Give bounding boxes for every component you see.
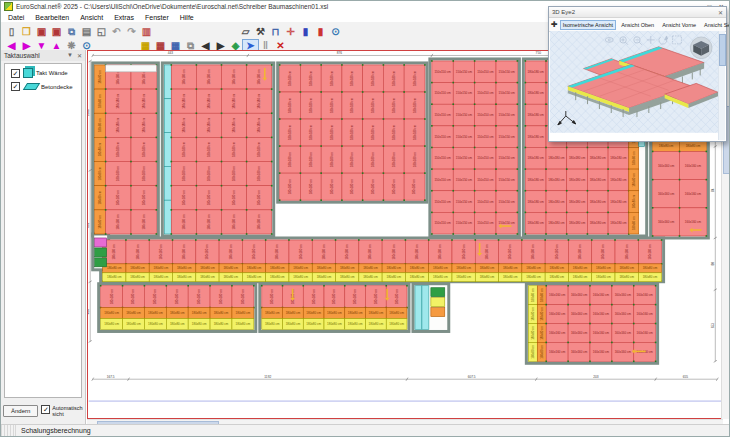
menu-item-extras[interactable]: Extras [114,14,134,21]
takt-checkbox-0[interactable]: ✓ [11,69,20,78]
panel-label: 180x80 cm [410,266,425,270]
takt-item-1[interactable]: ✓Betondecke [11,82,80,91]
pin-icon[interactable]: ▼ [67,52,73,59]
filler-panel[interactable] [431,308,445,317]
prop-dot [242,239,244,241]
wall-red-icon[interactable]: ▮ [313,26,328,38]
filler-panel[interactable] [431,288,445,297]
change-button[interactable]: Ändern [3,405,38,417]
panel-label: 180x180 cm [548,156,565,160]
menu-item-ansicht[interactable]: Ansicht [80,14,103,21]
eye3d-close-icon[interactable]: ✕ [718,9,723,16]
prop-dot [611,361,613,363]
panel-label: 180x180 cm [350,178,354,194]
panel-label: 180x80 cm [363,275,378,279]
prop-dot [362,199,364,201]
prop-dot [156,112,158,114]
menu-item-bearbeiten[interactable]: Bearbeiten [35,14,69,21]
prop-dot [105,185,107,187]
panel-label: 180x180 cm [229,244,233,260]
panel-label: 180x80 cm [503,275,518,279]
prop-dot [279,145,281,147]
panel-label: 180x180 cm [257,214,261,230]
prop-dot [424,172,426,174]
panel-label: 180x80 cm [573,266,588,270]
view-button-3[interactable]: Ansicht Seite [701,20,730,30]
filler-panel[interactable] [431,298,445,307]
eye3d-window[interactable]: 3D Eye2 ✕ ✚ Isometrische AnsichtAnsicht … [548,6,727,142]
takt-item-0[interactable]: ✓Takt Wände [11,68,80,78]
auto-visibility-checkbox[interactable]: ✓ [41,405,50,414]
filler-panel[interactable] [95,238,107,247]
panel-label: 180x80 cm [214,322,229,326]
eye3d-toolbar: ✚ Isometrische AnsichtAnsicht ObenAnsich… [549,18,726,32]
undo-icon[interactable]: ↶ [109,26,124,38]
prop-dot [279,64,281,66]
panel-label: 180x180 cm [182,165,186,181]
prop-dot [474,60,476,62]
panel-label: 180x180 cm [175,288,179,304]
prop-dot [495,147,497,149]
prop-dot [452,212,454,214]
wall-pair-icon[interactable]: ▮ [298,26,313,38]
prop-dot [607,168,609,170]
panel-label: 180x180 cm [309,97,313,113]
formwork-panel[interactable] [415,286,422,330]
prop-dot [452,82,454,84]
prop-dot [452,233,454,235]
redo-icon[interactable]: ↷ [124,26,139,38]
view-button-1[interactable]: Ansicht Oben [618,20,657,30]
menu-item-fenster[interactable]: Fenster [145,14,169,21]
eye3d-view[interactable] [550,31,718,140]
prop-dot [300,91,302,93]
prop-dot [495,190,497,192]
panel-label: 180x180 cm [590,200,607,204]
prop-dot [525,82,527,84]
prop-dot [122,285,124,287]
panel-label: 180x180 cm [330,124,334,140]
menu-item-datei[interactable]: Datei [8,14,24,21]
formwork-panel[interactable] [164,200,171,234]
formwork-panel[interactable] [164,133,171,167]
panel-close-icon[interactable]: ✕ [77,52,82,59]
prop-dot [105,209,107,211]
eye3d-scrollbar[interactable] [718,31,725,140]
prop-dot [431,212,433,214]
prop-dot [452,147,454,149]
eye3d-title-bar[interactable]: 3D Eye2 ✕ [549,7,726,18]
filler-panel[interactable] [95,258,107,267]
panel-label: 180x180 cm [610,156,627,160]
prop-dot [428,239,430,241]
formwork-panel[interactable] [164,166,171,200]
prop-dot [170,64,172,66]
panel-label: 150x150 cm [456,91,473,95]
prop-dot [611,342,613,344]
dimension-value: 750 [536,51,542,55]
view-button-0[interactable]: Isometrische Ansicht [560,20,616,30]
prop-dot [166,285,168,287]
formwork-panel[interactable] [422,286,429,330]
prop-dot [221,209,223,211]
zoom-icon[interactable]: ⊙ [328,26,343,38]
prop-dot [196,185,198,187]
prop-dot [706,179,708,181]
panel-label: 180x80 cm [531,307,535,321]
menu-item-hilfe[interactable]: Hilfe [180,14,194,21]
prop-dot [403,199,405,201]
formwork-panel[interactable] [164,99,171,133]
eye3d-scroll-thumb[interactable] [719,34,726,66]
print-preview-icon[interactable]: ◱ [94,26,109,38]
prop-dot [568,239,570,241]
panel-label: 150x150 cm [456,200,473,204]
view-button-2[interactable]: Ansicht Vorne [659,20,699,30]
prop-dot [271,233,273,235]
prop-dot [567,342,569,344]
prop-dot [633,285,635,287]
takt-checkbox-1[interactable]: ✓ [11,82,20,91]
view-cube[interactable] [690,37,712,59]
filler-panel[interactable] [106,65,157,72]
filler-panel[interactable] [95,248,107,257]
formwork-panel[interactable] [164,65,171,99]
move-view-icon[interactable]: ✚ [551,20,558,29]
prop-dot [383,118,385,120]
